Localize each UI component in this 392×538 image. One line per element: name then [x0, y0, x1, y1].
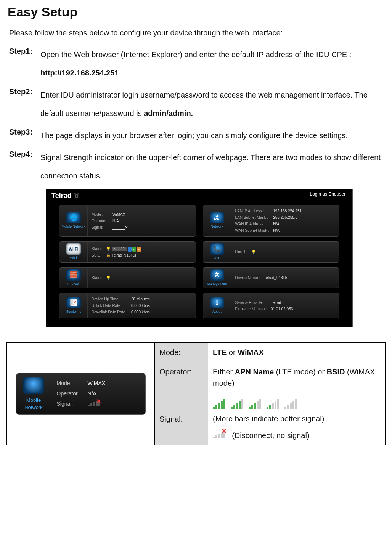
card-monitoring[interactable]: 📈 Monitoring Device Up Time :20 Minutes …	[59, 293, 196, 318]
mn-mode-k: Mode :	[92, 212, 109, 217]
network-glyph-icon: 🖧	[210, 212, 224, 223]
signal-key: Signal:	[155, 393, 208, 445]
step-4: Step4: Signal Strength indicator on the …	[9, 148, 384, 185]
card-firewall[interactable]: 🧱 Firewall Status💡	[59, 267, 196, 289]
step-1-label: Step1:	[9, 45, 40, 82]
step-3-text: The page displays in your browser after …	[40, 131, 348, 140]
voip-icon: 📞 VoIP	[203, 242, 231, 262]
signal-5-bars-icon	[213, 398, 225, 409]
net-lanmask-v: 255.255.255.0	[273, 215, 335, 220]
step-1-body: Open the Web browser (Internet Explorer)…	[40, 45, 384, 82]
mon-ul-v: 0.000 kbps	[131, 303, 192, 308]
mini-mode-v: WiMAX	[88, 379, 140, 387]
mon-up-v: 20 Minutes	[131, 296, 192, 302]
card-wifi[interactable]: Wi Fi WiFi Status 💡 802.11 bgn SSID 🔒 Te…	[59, 241, 196, 263]
step-1: Step1: Open the Web browser (Internet Ex…	[9, 45, 384, 82]
mini-sig-v: ✕	[88, 400, 140, 408]
step-4-label: Step4:	[9, 148, 40, 185]
step-3-body: The page displays in your browser after …	[40, 126, 384, 145]
card-voip[interactable]: 📞 VoIP Line 1 :💡	[203, 241, 340, 263]
firewall-icon: 🧱 Firewall	[59, 268, 88, 288]
info-icon: ℹ	[210, 297, 224, 308]
mon-dl-v: 0.000 kbps	[131, 309, 192, 315]
chart-icon: 📈	[66, 297, 81, 308]
wifi-icon: Wi Fi WiFi	[59, 242, 88, 262]
signal-value: (More bars indicate better signal) ✕ (Di…	[208, 393, 386, 445]
mode-key: Mode:	[155, 343, 208, 362]
ab-sp-v: Telrad	[271, 300, 335, 305]
mgmt-name-k: Device Name :	[235, 275, 260, 281]
network-icon: 🖧 Network	[203, 205, 231, 236]
mgmt-name-v: Telrad_918F5F	[264, 275, 335, 281]
info-table: Mobile Network Mode :WiMAX Operator :N/A…	[6, 342, 386, 445]
mobile-network-icon: 🌐 Mobile Network	[59, 205, 88, 236]
card-mobile-network[interactable]: 🌐 Mobile Network Mode :WiMAX Operator :N…	[59, 205, 196, 237]
ab-fw-v: 01.01.02.053	[271, 306, 335, 312]
mon-up-k: Device Up Time :	[92, 296, 127, 302]
brand-logo: Telrad➰	[51, 191, 80, 201]
intro-text: Please follow the steps below to configu…	[9, 27, 384, 39]
voip-line-k: Line 1 :	[235, 249, 248, 255]
monitoring-icon: 📈 Monitoring	[59, 293, 88, 318]
signal-more-text: (More bars indicate better signal)	[213, 413, 381, 424]
step-4-text: Signal Strength indicator on the upper-l…	[40, 153, 381, 180]
ab-fw-k: Firmware Version :	[235, 306, 267, 312]
mode-value: LTE or WiMAX	[208, 343, 386, 362]
fw-status-v: 💡	[106, 275, 191, 281]
globe-icon: 🌐	[66, 212, 81, 223]
mobile-network-thumbnail: Mobile Network Mode :WiMAX Operator :N/A…	[7, 343, 155, 445]
bulb-icon: 💡	[106, 247, 111, 251]
net-wanmask-k: WAN Subnet Mask :	[235, 228, 270, 233]
mn-op-k: Operator :	[92, 218, 109, 224]
net-wanip-k: WAN IP Address :	[235, 221, 270, 227]
lock-icon: 🔒	[106, 253, 111, 257]
signal-strength-legend	[213, 398, 381, 409]
mn-op-v: N/A	[112, 218, 191, 224]
wifi-ssid-k: SSID	[92, 252, 102, 258]
step-2-body: Enter IDU administrator login username/p…	[40, 86, 384, 122]
mini-op-k: Operator :	[57, 390, 81, 398]
signal-disconnect-text: (Disconnect, no signal)	[232, 431, 309, 440]
mini-op-v: N/A	[88, 390, 140, 398]
dashboard-screenshot: Telrad➰ Login as Enduser 🌐 Mobile Networ…	[46, 189, 353, 327]
operator-value: Either APN Name (LTE mode) or BSID (WiMA…	[208, 362, 386, 393]
steps-list: Step1: Open the Web browser (Internet Ex…	[9, 45, 384, 185]
mn-sig-v: ▁▁▁▁✕	[112, 225, 191, 230]
step-2-text: Enter IDU administrator login username/p…	[40, 91, 368, 117]
signal-4-bars-icon	[231, 398, 243, 409]
wifi-status-v: 💡 802.11 bgn	[106, 246, 191, 252]
mini-label: Mobile Network	[19, 397, 49, 411]
card-network[interactable]: 🖧 Network LAN IP Address :192.168.254.25…	[203, 205, 340, 237]
card-about[interactable]: ℹ About Service Provider :Telrad Firmwar…	[203, 293, 340, 318]
firewall-glyph-icon: 🧱	[66, 269, 81, 281]
net-wanmask-v: N/A	[273, 228, 335, 233]
net-lanmask-k: LAN Subnet Mask :	[235, 215, 270, 220]
mn-sig-k: Signal:	[92, 225, 109, 230]
brand-swirl-icon: ➰	[73, 192, 80, 200]
signal-fail-icon: ✕	[88, 400, 100, 406]
card-management[interactable]: 🛠 Management Device Name :Telrad_918F5F	[203, 267, 340, 289]
globe-icon	[23, 377, 44, 394]
step-3-label: Step3:	[9, 126, 40, 145]
signal-disconnect-icon: ✕	[213, 430, 225, 438]
voip-line-v: 💡	[251, 249, 335, 255]
operator-key: Operator:	[155, 362, 208, 393]
step-3: Step3: The page displays in your browser…	[9, 126, 384, 145]
signal-disconnect-row: ✕ (Disconnect, no signal)	[213, 430, 381, 441]
mini-mode-k: Mode :	[57, 379, 81, 387]
step-1-text: Open the Web browser (Internet Explorer)…	[40, 50, 351, 59]
about-icon: ℹ About	[203, 293, 231, 318]
mini-sig-k: Signal:	[57, 400, 81, 408]
wifi-glyph-icon: Wi Fi	[66, 243, 81, 255]
step-1-bold: http://192.168.254.251	[40, 69, 119, 77]
mn-mode-v: WiMAX	[112, 212, 191, 217]
login-link[interactable]: Login as Enduser	[310, 191, 345, 198]
fw-status-k: Status	[92, 275, 102, 281]
page-title: Easy Setup	[8, 2, 384, 22]
step-2-label: Step2:	[9, 86, 40, 122]
signal-2-bars-icon	[267, 398, 279, 409]
net-wanip-v: N/A	[273, 221, 335, 227]
step-2-bold: admin/admin.	[144, 109, 193, 117]
wifi-ssid-v: 🔒 Telrad_918F5F	[106, 252, 191, 258]
step-2: Step2: Enter IDU administrator login use…	[9, 86, 384, 122]
